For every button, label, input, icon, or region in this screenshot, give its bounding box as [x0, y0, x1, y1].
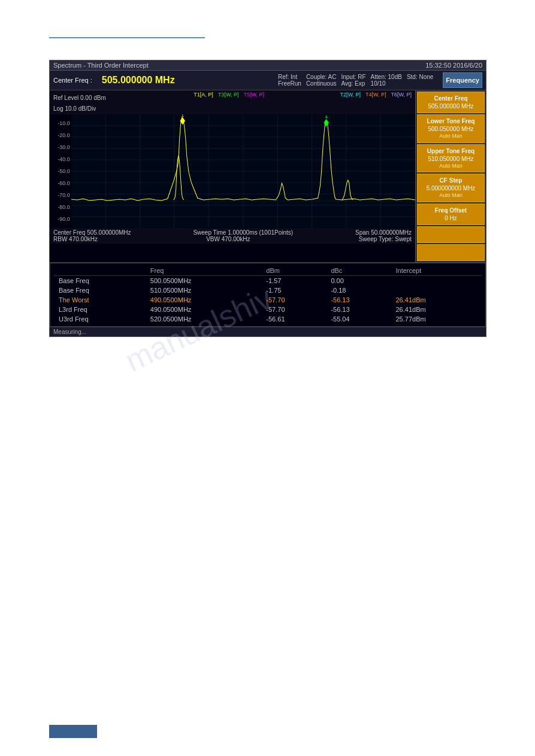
- lower-tone-btn-label: Lower Tone Freq: [419, 117, 482, 125]
- cell-4-1: 520.0500MHz: [146, 314, 261, 324]
- trace-t4-label: T4[W, P]: [365, 92, 386, 113]
- std-tag: Std: None: [407, 74, 433, 87]
- trace-t5-label: T5[W, P]: [243, 92, 264, 113]
- trace-t3-label: T3[W, P]: [218, 92, 239, 113]
- center-freq-label: Center Freq :: [53, 77, 92, 84]
- spectrum-display: -10.0 -20.0 -30.0 -40.0 -50.0 -60.0 -70.…: [50, 114, 415, 228]
- table-row: Base Freq500.0500MHz-1.570.00: [54, 276, 482, 286]
- lower-tone-btn-sub: Auto Man: [419, 133, 482, 140]
- panel-title: Spectrum - Third Order Intercept: [53, 62, 149, 69]
- cf-step-btn[interactable]: CF Step 5.000000000 MHz Auto Man: [417, 174, 485, 202]
- cell-2-4: 26.41dBm: [391, 295, 482, 305]
- spectrum-chart-left: Ref Level 0.00 dBm Log 10.0 dB/Div T1[A,…: [50, 90, 415, 262]
- cell-3-1: 490.0500MHz: [146, 305, 261, 314]
- chart-footer-row1: Center Freq 505.000000MHz Sweep Time 1.0…: [53, 229, 412, 236]
- freq-offset-btn-label: Freq Offset: [419, 207, 482, 214]
- cell-3-4: 26.41dBm: [391, 305, 482, 314]
- y-label-10: -10.0: [58, 120, 70, 126]
- col-header-intercept: Intercept: [391, 266, 482, 276]
- cell-0-0: Base Freq: [54, 276, 146, 286]
- couple-tag: Couple: AC Continuous: [306, 74, 337, 87]
- freq-offset-btn[interactable]: Freq Offset 0 Hz: [417, 204, 485, 225]
- cell-1-1: 510.0500MHz: [146, 286, 261, 295]
- cell-2-2: -57.70: [261, 295, 326, 305]
- upper-tone-btn-value: 510.050000 MHz: [419, 155, 482, 163]
- top-decorative-line: [49, 37, 205, 38]
- cell-0-1: 500.0500MHz: [146, 276, 261, 286]
- status-bar: Center Freq : 505.000000 MHz Ref: Int Fr…: [50, 71, 486, 90]
- chart-area: Ref Level 0.00 dBm Log 10.0 dB/Div T1[A,…: [50, 90, 486, 263]
- y-label-40: -40.0: [58, 156, 70, 162]
- y-label-20: -20.0: [58, 132, 70, 138]
- col-header-name: [54, 266, 146, 276]
- center-freq-value: 505.000000 MHz: [102, 75, 175, 86]
- footer-sweep-type: Sweep Type: Swept: [359, 236, 412, 242]
- title-bar: Spectrum - Third Order Intercept 15:32:5…: [50, 60, 486, 71]
- cf-step-btn-value: 5.000000000 MHz: [419, 184, 482, 192]
- y-label-30: -30.0: [58, 144, 70, 150]
- footer-center-freq: Center Freq 505.000000MHz: [53, 229, 131, 236]
- ref-level-text: Ref Level 0.00 dBm: [53, 95, 106, 101]
- freq-offset-btn-value: 0 Hz: [419, 214, 482, 222]
- cell-2-3: -56.13: [326, 295, 391, 305]
- cell-4-3: -55.04: [326, 314, 391, 324]
- instrument-panel: Spectrum - Third Order Intercept 15:32:5…: [49, 60, 486, 337]
- cell-3-0: L3rd Freq: [54, 305, 146, 314]
- upper-tone-freq-btn[interactable]: Upper Tone Freq 510.050000 MHz Auto Man: [417, 144, 485, 173]
- panel-timestamp: 15:32:50 2016/6/20: [425, 62, 482, 69]
- svg-text:1: 1: [181, 114, 184, 118]
- y-label-60: -60.0: [58, 180, 70, 186]
- status-tags: Ref: Int FreeRun Couple: AC Continuous I…: [278, 74, 433, 87]
- cell-3-2: -57.70: [261, 305, 326, 314]
- table-header: Freq dBm dBc Intercept: [54, 266, 482, 276]
- bottom-rect: [49, 725, 97, 738]
- trace-t1-label: T1[A, P]: [194, 92, 213, 113]
- lower-tone-freq-btn[interactable]: Lower Tone Freq 500.050000 MHz Auto Man: [417, 114, 485, 143]
- empty-btn-2[interactable]: [417, 244, 485, 261]
- y-label-70: -70.0: [58, 192, 70, 198]
- table-row: The Worst490.0500MHz-57.70-56.1326.41dBm: [54, 295, 482, 305]
- spectrum-svg: 1 4: [71, 114, 415, 228]
- y-label-50: -50.0: [58, 168, 70, 174]
- y-label-80: -80.0: [58, 204, 70, 210]
- cell-4-4: 25.77dBm: [391, 314, 482, 324]
- y-label-90: -90.0: [58, 216, 70, 222]
- cell-1-0: Base Freq: [54, 286, 146, 295]
- cell-3-3: -56.13: [326, 305, 391, 314]
- table-row: Base Freq510.0500MHz-1.75-0.18: [54, 286, 482, 295]
- trace-labels2: T2[W, P] T4[W, P] T6[W, P]: [340, 92, 412, 113]
- cell-1-3: -0.18: [326, 286, 391, 295]
- col-header-dbm: dBm: [261, 266, 326, 276]
- input-tag: Input: RF Avg: Exp: [341, 74, 365, 87]
- right-panel: Center Freq 505.000000 MHz Lower Tone Fr…: [415, 90, 486, 262]
- frequency-main-button[interactable]: Frequency: [443, 72, 482, 88]
- center-freq-btn-label: Center Freq: [419, 95, 482, 102]
- empty-btn-1[interactable]: [417, 226, 485, 243]
- col-header-dbc: dBc: [326, 266, 391, 276]
- footer-rbw: RBW 470.00kHz: [53, 236, 98, 242]
- y-axis: -10.0 -20.0 -30.0 -40.0 -50.0 -60.0 -70.…: [50, 114, 71, 228]
- cell-2-0: The Worst: [54, 295, 146, 305]
- trace-t6-label: T6[W, P]: [391, 92, 412, 113]
- cell-4-2: -56.61: [261, 314, 326, 324]
- footer-vbw: VBW 470.00kHz: [206, 236, 250, 242]
- table-row: L3rd Freq490.0500MHz-57.70-56.1326.41dBm: [54, 305, 482, 314]
- chart-info-bar: Ref Level 0.00 dBm Log 10.0 dB/Div T1[A,…: [50, 90, 415, 114]
- atten-tag: Atten: 10dB 10/10: [371, 74, 402, 87]
- header-row: Freq dBm dBc Intercept: [54, 266, 482, 276]
- cell-1-4: [391, 286, 482, 295]
- cell-0-4: [391, 276, 482, 286]
- upper-tone-btn-sub: Auto Man: [419, 163, 482, 170]
- center-freq-btn[interactable]: Center Freq 505.000000 MHz: [417, 92, 485, 113]
- col-header-freq: Freq: [146, 266, 261, 276]
- measurements-table: Freq dBm dBc Intercept Base Freq500.0500…: [54, 266, 482, 324]
- trace-t2-label: T2[W, P]: [340, 92, 361, 113]
- center-freq-btn-value: 505.000000 MHz: [419, 102, 482, 110]
- cell-2-1: 490.0500MHz: [146, 295, 261, 305]
- log-scale-text: Log 10.0 dB/Div: [53, 105, 96, 112]
- table-row: U3rd Freq520.0500MHz-56.61-55.0425.77dBm: [54, 314, 482, 324]
- footer-sweep-time: Sweep Time 1.00000ms (1001Points): [193, 229, 293, 236]
- data-table-container: Freq dBm dBc Intercept Base Freq500.0500…: [50, 263, 486, 327]
- ref-tag: Ref: Int FreeRun: [278, 74, 301, 87]
- table-body: Base Freq500.0500MHz-1.570.00Base Freq51…: [54, 276, 482, 324]
